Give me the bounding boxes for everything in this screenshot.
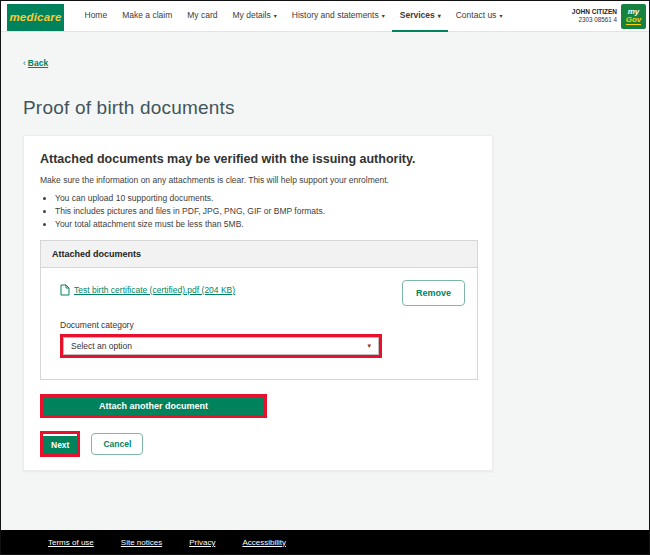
- medicare-online-account-page: medicare Home Make a claim My card My de…: [0, 0, 650, 555]
- document-category-label: Document category: [60, 320, 469, 330]
- footer-link-accessibility[interactable]: Accessibility: [242, 538, 286, 547]
- footer-link-site-notices[interactable]: Site notices: [121, 538, 162, 547]
- next-button[interactable]: Next: [43, 436, 77, 454]
- form-actions: Next Cancel: [40, 431, 480, 457]
- attached-documents-panel: Attached documents Test birth certificat…: [40, 240, 478, 380]
- pdf-file-icon: [60, 284, 70, 296]
- attach-another-document-button[interactable]: Attach another document: [43, 397, 264, 415]
- upload-rules-list: You can upload 10 supporting documents. …: [46, 193, 480, 229]
- main-nav: Home Make a claim My card My details ▾ H…: [77, 1, 510, 32]
- attached-file-link[interactable]: Test birth certificate (certified).pdf (…: [74, 285, 235, 295]
- remove-button[interactable]: Remove: [402, 280, 465, 306]
- medicare-logo-text: medicare: [9, 11, 61, 23]
- panel-title: Attached documents: [41, 241, 477, 268]
- select-value: Select an option: [71, 341, 132, 351]
- attached-file: Test birth certificate (certified).pdf (…: [60, 284, 235, 296]
- user-number: 2303 08561 4: [572, 16, 617, 24]
- cancel-button[interactable]: Cancel: [91, 433, 143, 455]
- nav-item-services[interactable]: Services ▾: [392, 1, 448, 32]
- back-chevron-icon: ‹: [23, 58, 26, 68]
- page-footer: Terms of use Site notices Privacy Access…: [1, 530, 649, 554]
- chevron-down-icon: ▾: [274, 12, 277, 19]
- nav-item-make-a-claim[interactable]: Make a claim: [115, 1, 180, 32]
- list-item: This includes pictures and files in PDF,…: [55, 206, 480, 216]
- documents-card: Attached documents may be verified with …: [23, 135, 493, 471]
- top-navigation: medicare Home Make a claim My card My de…: [1, 1, 649, 32]
- chevron-down-icon: ▾: [499, 12, 502, 19]
- card-heading: Attached documents may be verified with …: [40, 152, 480, 166]
- panel-body: Test birth certificate (certified).pdf (…: [41, 268, 477, 379]
- page-content: ‹Back Proof of birth documents Attached …: [1, 32, 649, 530]
- chevron-down-icon: ▾: [438, 12, 441, 19]
- user-info: JOHN CITIZEN 2303 08561 4: [572, 8, 617, 24]
- annotation-highlight-next: Next: [40, 431, 80, 457]
- annotation-highlight-dropdown: Select an option ▾: [60, 334, 382, 358]
- mygov-logo: my Gov: [621, 4, 646, 29]
- medicare-logo[interactable]: medicare: [7, 4, 64, 31]
- annotation-highlight-attach: Attach another document: [40, 394, 267, 418]
- footer-link-privacy[interactable]: Privacy: [189, 538, 215, 547]
- user-name: JOHN CITIZEN: [572, 8, 617, 16]
- list-item: You can upload 10 supporting documents.: [55, 193, 480, 203]
- nav-item-contact-us[interactable]: Contact us ▾: [448, 1, 510, 32]
- chevron-down-icon: ▾: [382, 12, 385, 19]
- nav-item-history-and-statements[interactable]: History and statements ▾: [284, 1, 392, 32]
- card-intro: Make sure the information on any attachm…: [40, 175, 480, 185]
- nav-item-home[interactable]: Home: [77, 1, 115, 32]
- document-category-select[interactable]: Select an option ▾: [63, 337, 379, 355]
- list-item: Your total attachment size must be less …: [55, 219, 480, 229]
- attached-file-row: Test birth certificate (certified).pdf (…: [60, 280, 469, 306]
- page-title: Proof of birth documents: [23, 97, 649, 119]
- back-link[interactable]: ‹Back: [23, 58, 48, 68]
- nav-item-my-card[interactable]: My card: [180, 1, 225, 32]
- nav-item-my-details[interactable]: My details ▾: [225, 1, 284, 32]
- footer-link-terms-of-use[interactable]: Terms of use: [48, 538, 94, 547]
- select-caret-icon: ▾: [367, 342, 371, 350]
